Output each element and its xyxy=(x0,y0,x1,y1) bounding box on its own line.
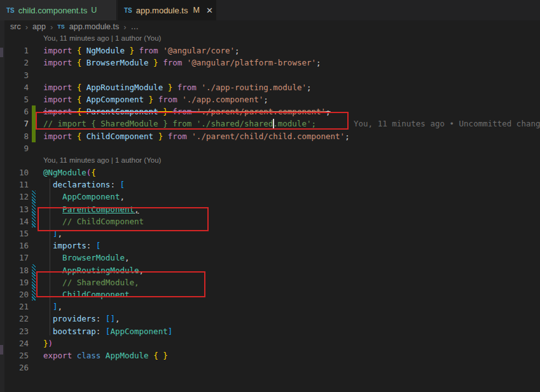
code-token xyxy=(43,278,62,287)
code-line-21[interactable]: 21 ], xyxy=(0,301,540,313)
code-token xyxy=(43,314,53,323)
line-number[interactable]: 23 xyxy=(0,325,29,337)
git-untracked-badge: U xyxy=(91,6,97,15)
code-text: import { AppComponent } from './app.comp… xyxy=(43,93,268,105)
line-number[interactable]: 14 xyxy=(0,215,29,227)
code-line-26[interactable]: 26 xyxy=(0,362,540,374)
git-blame-annotation: You, 11 minutes ago | 1 author (You) xyxy=(0,154,540,166)
code-token: { xyxy=(77,107,87,116)
code-token: ] xyxy=(53,302,58,311)
code-line-5[interactable]: 5import { AppComponent } from './app.com… xyxy=(0,93,540,105)
breadcrumb-item-symbol[interactable]: … xyxy=(131,22,139,31)
line-number[interactable]: 20 xyxy=(0,288,29,301)
code-token: '@angular/core' xyxy=(163,46,235,55)
tab-child-component[interactable]: TS child.component.ts U xyxy=(0,0,117,20)
code-line-18[interactable]: 18 AppRoutingModule, xyxy=(0,264,540,276)
line-number[interactable]: 17 xyxy=(0,252,29,264)
line-number[interactable]: 12 xyxy=(0,191,29,203)
line-number[interactable]: 8 xyxy=(0,130,29,142)
code-line-24[interactable]: 24}) xyxy=(0,337,540,349)
code-line-7[interactable]: 7// import { SharedModule } from './shar… xyxy=(0,118,540,130)
line-number[interactable]: 1 xyxy=(0,44,29,57)
code-token: AppRoutingModule xyxy=(87,83,163,92)
code-line-3[interactable]: 3 xyxy=(0,69,540,81)
code-token: { xyxy=(77,132,87,141)
line-number[interactable]: 15 xyxy=(0,227,29,240)
code-text: ChildComponent xyxy=(43,288,129,301)
code-line-9[interactable]: 9 xyxy=(0,142,540,154)
gutter-change-bar-added xyxy=(32,118,36,130)
code-token: AppComponent xyxy=(62,192,120,201)
line-number[interactable]: 16 xyxy=(0,240,29,252)
code-text: imports: [ xyxy=(43,240,100,252)
code-line-14[interactable]: 14 // ChildComponent xyxy=(0,215,540,227)
line-number[interactable]: 25 xyxy=(0,349,29,362)
line-number[interactable]: 5 xyxy=(0,93,29,105)
line-number[interactable]: 24 xyxy=(0,337,29,349)
line-number[interactable]: 21 xyxy=(0,301,29,313)
gutter-change-bar-modified xyxy=(32,288,36,301)
code-line-15[interactable]: 15 ], xyxy=(0,227,540,240)
typescript-file-icon: TS xyxy=(124,7,132,14)
code-line-8[interactable]: 8import { ChildComponent } from './paren… xyxy=(0,130,540,142)
line-number[interactable]: 9 xyxy=(0,142,29,154)
code-token: ParentComponent xyxy=(87,107,158,116)
line-number[interactable]: 26 xyxy=(0,362,29,374)
code-line-1[interactable]: 1import { NgModule } from '@angular/core… xyxy=(0,44,540,57)
code-line-23[interactable]: 23 bootstrap: [AppComponent] xyxy=(0,325,540,337)
close-icon[interactable]: ✕ xyxy=(206,6,213,15)
code-line-11[interactable]: 11 declarations: [ xyxy=(0,179,540,191)
git-modified-badge: M xyxy=(193,6,199,15)
tab-app-module[interactable]: TS app.module.ts M ✕ xyxy=(118,0,216,20)
code-token: providers xyxy=(53,314,96,323)
code-line-25[interactable]: 25export class AppModule { } xyxy=(0,349,540,362)
typescript-file-icon: TS xyxy=(57,24,65,30)
line-number[interactable]: 19 xyxy=(0,276,29,288)
breadcrumb-item-file[interactable]: app.module.ts xyxy=(69,22,120,31)
code-token: ; xyxy=(307,83,312,92)
code-line-17[interactable]: 17 BrowserModule, xyxy=(0,252,540,264)
line-number[interactable]: 6 xyxy=(0,105,29,118)
code-token: imports xyxy=(53,241,87,250)
code-line-6[interactable]: 6import { ParentComponent } from './pare… xyxy=(0,105,540,118)
code-token: BrowserModule xyxy=(62,253,125,262)
code-text: AppRoutingModule, xyxy=(43,264,144,276)
code-token xyxy=(43,217,62,226)
code-token: ChildComponent xyxy=(87,132,153,141)
code-line-20[interactable]: 20 ChildComponent xyxy=(0,288,540,301)
code-text: ], xyxy=(43,301,62,313)
code-token: BrowserModule xyxy=(87,58,149,67)
code-text: import { BrowserModule } from '@angular/… xyxy=(43,57,321,69)
breadcrumb-item-src[interactable]: src xyxy=(10,22,21,31)
code-token: } xyxy=(43,339,48,348)
code-token: } xyxy=(153,132,168,141)
code-token: , xyxy=(58,302,63,311)
code-token: , xyxy=(115,314,120,323)
line-number[interactable]: 10 xyxy=(0,166,29,179)
line-number[interactable]: 3 xyxy=(0,69,29,81)
code-text: ParentComponent, xyxy=(43,203,139,215)
editor-tab-bar: TS child.component.ts U TS app.module.ts… xyxy=(0,0,540,20)
code-line-16[interactable]: 16 imports: [ xyxy=(0,240,540,252)
line-number[interactable]: 4 xyxy=(0,81,29,93)
code-line-22[interactable]: 22 providers: [], xyxy=(0,313,540,325)
code-line-13[interactable]: 13 ParentComponent, xyxy=(0,203,540,215)
code-token xyxy=(72,351,77,360)
code-line-12[interactable]: 12 AppComponent, xyxy=(0,191,540,203)
line-number[interactable]: 13 xyxy=(0,203,29,215)
code-line-4[interactable]: 4import { AppRoutingModule } from './app… xyxy=(0,81,540,93)
code-text: providers: [], xyxy=(43,313,120,325)
line-number[interactable]: 18 xyxy=(0,264,29,276)
code-token: // SharedModule, xyxy=(62,278,139,287)
code-editor[interactable]: You, 11 minutes ago | 1 author (You)1imp… xyxy=(0,32,540,374)
code-token: { xyxy=(91,168,96,177)
line-number[interactable]: 11 xyxy=(0,179,29,191)
code-line-19[interactable]: 19 // SharedModule, xyxy=(0,276,540,288)
line-number[interactable]: 22 xyxy=(0,313,29,325)
tab-label: child.component.ts xyxy=(18,6,87,15)
line-number[interactable]: 2 xyxy=(0,57,29,69)
breadcrumb-item-app[interactable]: app xyxy=(32,22,46,31)
line-number[interactable]: 7 xyxy=(0,118,29,130)
code-line-10[interactable]: 10@NgModule({ xyxy=(0,166,540,179)
code-line-2[interactable]: 2import { BrowserModule } from '@angular… xyxy=(0,57,540,69)
